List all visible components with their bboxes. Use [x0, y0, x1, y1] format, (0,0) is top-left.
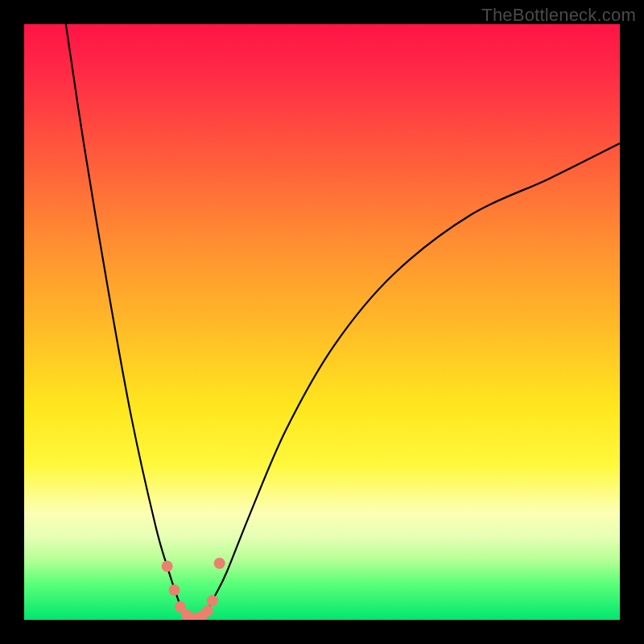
trough-marker	[169, 584, 180, 596]
trough-marker	[214, 558, 225, 569]
trough-marker	[162, 560, 173, 572]
watermark-text: TheBottleneck.com	[481, 5, 636, 26]
trough-marker-group	[162, 558, 225, 620]
curve-svg	[24, 24, 620, 620]
trough-marker	[207, 595, 218, 606]
plot-area	[24, 24, 620, 620]
chart-frame: TheBottleneck.com	[0, 0, 644, 644]
bottleneck-curve	[66, 24, 620, 620]
trough-marker	[202, 605, 213, 617]
